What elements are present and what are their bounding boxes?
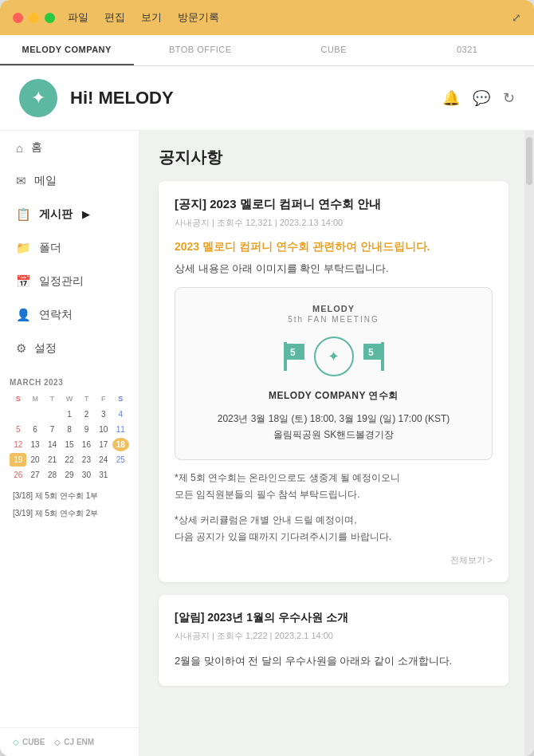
titlebar: 파일 편집 보기 방문기록 ⤢ xyxy=(0,0,534,35)
logo-circle: ✦ xyxy=(19,79,57,117)
cal-cell[interactable]: 14 xyxy=(44,438,61,451)
app-title: Hi! MELODY xyxy=(70,88,442,108)
sidebar-label-board: 게시판 xyxy=(39,207,73,222)
menu-view[interactable]: 보기 xyxy=(141,10,162,25)
board-icon: 📋 xyxy=(16,207,31,222)
svg-rect-3 xyxy=(381,342,384,371)
tab-melody-company[interactable]: MELODY COMPANY xyxy=(0,35,134,65)
menu-history[interactable]: 방문기록 xyxy=(178,10,219,25)
cal-cell[interactable]: 8 xyxy=(61,423,77,436)
cal-cell[interactable]: 24 xyxy=(95,453,112,467)
post-card-2: [알림] 2023년 1월의 우수사원 소개 사내공지 | 조회수 1,222 … xyxy=(159,595,508,686)
cal-cell[interactable]: 31 xyxy=(95,468,112,482)
cal-cell[interactable]: 5 xyxy=(10,423,26,436)
sidebar-label-folder: 폴더 xyxy=(39,241,61,255)
svg-text:5: 5 xyxy=(290,347,296,358)
sidebar: ⌂ 홈 ✉ 메일 📋 게시판 ▶ 📁 폴더 📅 일정관리 👤 xyxy=(0,131,139,756)
chat-icon[interactable]: 💬 xyxy=(473,89,490,107)
sidebar-item-calendar[interactable]: 📅 일정관리 xyxy=(0,265,139,298)
folder-icon: 📁 xyxy=(16,241,31,255)
header-icons: 🔔 💬 ↻ xyxy=(442,89,515,107)
contacts-icon: 👤 xyxy=(16,308,31,322)
tab-0321[interactable]: 0321 xyxy=(401,35,535,65)
calendar-title: MARCH 2023 xyxy=(10,378,129,387)
close-button[interactable] xyxy=(13,13,23,23)
sidebar-item-folder[interactable]: 📁 폴더 xyxy=(0,231,139,265)
expand-icon[interactable]: ⤢ xyxy=(512,11,521,24)
cal-cell[interactable]: 29 xyxy=(61,468,77,482)
content-area: ⌂ 홈 ✉ 메일 📋 게시판 ▶ 📁 폴더 📅 일정관리 👤 xyxy=(0,131,534,756)
minimize-button[interactable] xyxy=(29,13,39,23)
cal-cell[interactable]: 10 xyxy=(95,423,112,436)
sidebar-item-home[interactable]: ⌂ 홈 xyxy=(0,131,139,164)
day-label-sun: S xyxy=(10,393,26,404)
cal-cell[interactable]: 22 xyxy=(61,453,77,467)
menu-edit[interactable]: 편집 xyxy=(104,10,125,25)
cal-cell[interactable]: 20 xyxy=(26,453,43,467)
cal-cell[interactable]: 26 xyxy=(10,468,26,482)
cal-cell[interactable]: 13 xyxy=(26,438,43,451)
post-1-notice1: *제 5회 연수회는 온라인으로도 생중계 될 예정이오니 모든 임직원분들의 … xyxy=(175,470,493,504)
cal-cell[interactable]: 23 xyxy=(78,453,95,467)
cal-event-2[interactable]: [3/19] 제 5회 연수회 2부 xyxy=(10,506,129,522)
sidebar-label-home: 홈 xyxy=(31,140,42,155)
sidebar-item-settings[interactable]: ⚙ 설정 xyxy=(0,332,139,365)
content-inner: 공지사항 [공지] 2023 멜로디 컴퍼니 연수회 안내 사내공지 | 조회수… xyxy=(139,131,534,715)
sidebar-item-board[interactable]: 📋 게시판 ▶ xyxy=(0,198,139,231)
footer-logo-cjenm: ◇ CJ ENM xyxy=(54,738,94,746)
sidebar-label-settings: 설정 xyxy=(34,341,57,356)
post-2-title[interactable]: [알림] 2023년 1월의 우수사원 소개 xyxy=(175,611,493,625)
app-header: ✦ Hi! MELODY 🔔 💬 ↻ xyxy=(0,66,534,131)
fanmeet-card: MELODY 5th FAN MEETING 5 ✦ xyxy=(175,287,493,460)
cal-cell[interactable] xyxy=(10,408,26,421)
post-1-title[interactable]: [공지] 2023 멜로디 컴퍼니 연수회 안내 xyxy=(175,197,493,212)
sidebar-label-contacts: 연락처 xyxy=(39,308,73,322)
cal-events: [3/18] 제 5회 연수회 1부 [3/19] 제 5회 연수회 2부 xyxy=(10,488,129,522)
post-2-meta: 사내공지 | 조회수 1,222 | 2023.2.1 14:00 xyxy=(175,630,493,642)
cal-cell[interactable]: 2 xyxy=(78,408,95,421)
cal-cell[interactable]: 28 xyxy=(44,468,61,482)
sidebar-item-contacts[interactable]: 👤 연락처 xyxy=(0,298,139,332)
center-logo: ✦ xyxy=(314,337,354,376)
menu-file[interactable]: 파일 xyxy=(68,10,88,25)
cal-cell[interactable]: 11 xyxy=(112,423,129,436)
cal-cell[interactable]: 21 xyxy=(44,453,61,467)
refresh-icon[interactable]: ↻ xyxy=(503,89,515,107)
scrollbar-thumb[interactable] xyxy=(526,137,532,185)
cal-event-1[interactable]: [3/18] 제 5회 연수회 1부 xyxy=(10,488,129,504)
cal-cell[interactable]: 17 xyxy=(95,438,112,451)
cal-cell[interactable]: 4 xyxy=(112,408,129,421)
sidebar-item-mail[interactable]: ✉ 메일 xyxy=(0,164,139,198)
cal-cell[interactable]: 1 xyxy=(61,408,77,421)
cal-week-2: 5 6 7 8 9 10 11 xyxy=(10,423,129,436)
cal-cell[interactable] xyxy=(26,408,43,421)
tab-btob-office[interactable]: BTOB OFFICE xyxy=(134,35,268,65)
bell-icon[interactable]: 🔔 xyxy=(442,89,460,107)
cal-week-3: 12 13 14 15 16 17 18 xyxy=(10,438,129,451)
maximize-button[interactable] xyxy=(45,13,55,23)
scrollbar-track[interactable] xyxy=(524,131,534,756)
cal-cell[interactable] xyxy=(44,408,61,421)
read-more-button-1[interactable]: 전체보기 > xyxy=(175,554,493,566)
cal-cell[interactable]: 30 xyxy=(78,468,95,482)
cal-cell[interactable]: 27 xyxy=(26,468,43,482)
cal-cell[interactable]: 19 xyxy=(10,453,26,467)
tab-cube[interactable]: CUBE xyxy=(267,35,401,65)
cal-cell[interactable]: 9 xyxy=(78,423,95,436)
cal-cell[interactable]: 6 xyxy=(26,423,43,436)
titlebar-menu: 파일 편집 보기 방문기록 xyxy=(68,10,219,25)
cal-cell[interactable]: 7 xyxy=(44,423,61,436)
cal-cell-today[interactable]: 18 xyxy=(112,438,129,451)
calendar-icon: 📅 xyxy=(16,274,31,289)
cube-logo-text: CUBE xyxy=(22,738,45,746)
cal-cell[interactable]: 12 xyxy=(10,438,26,451)
cal-cell[interactable]: 15 xyxy=(61,438,77,451)
app-window: 파일 편집 보기 방문기록 ⤢ MELODY COMPANY BTOB OFFI… xyxy=(0,0,534,756)
cal-cell[interactable]: 3 xyxy=(95,408,112,421)
cjenm-logo-text: CJ ENM xyxy=(64,738,94,746)
sidebar-footer: ◇ CUBE ◇ CJ ENM xyxy=(0,727,139,756)
cal-cell[interactable]: 25 xyxy=(112,453,129,467)
day-label-thu: T xyxy=(78,393,95,404)
cal-cell[interactable] xyxy=(112,468,129,482)
cal-cell[interactable]: 16 xyxy=(78,438,95,451)
